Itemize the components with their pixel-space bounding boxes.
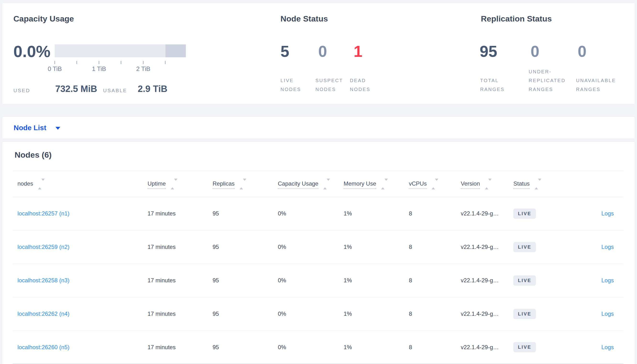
column-header-capacity-usage[interactable]: Capacity Usage bbox=[278, 171, 344, 197]
table-row: localhost:26258 (n3) 17 minutes 95 0% 1%… bbox=[13, 264, 623, 297]
table-row: localhost:26257 (n1) 17 minutes 95 0% 1%… bbox=[13, 197, 623, 230]
vcpus-cell: 8 bbox=[409, 230, 461, 264]
version-cell: v22.1.4-29-g… bbox=[461, 197, 513, 230]
dead-nodes-label: DEAD NODES bbox=[350, 76, 381, 94]
replication-status-title: Replication Status bbox=[481, 14, 552, 24]
total-ranges-count: 95 bbox=[480, 42, 497, 60]
sort-icon[interactable] bbox=[535, 181, 541, 188]
status-badge: LIVE bbox=[513, 309, 536, 319]
capacity-cell: 0% bbox=[278, 297, 344, 330]
sort-icon[interactable] bbox=[38, 181, 45, 188]
vcpus-cell: 8 bbox=[409, 264, 461, 297]
nodes-heading: Nodes (6) bbox=[15, 150, 52, 160]
table-header-row: nodes Uptime Replicas Capacity Usag bbox=[13, 171, 623, 197]
status-cell: LIVE bbox=[513, 297, 577, 330]
under-replicated-ranges-label: UNDER-REPLICATED RANGES bbox=[529, 67, 576, 94]
uptime-cell: 17 minutes bbox=[148, 230, 213, 264]
column-header-status[interactable]: Status bbox=[513, 171, 577, 197]
capacity-cell: 0% bbox=[278, 330, 344, 364]
table-row: localhost:26259 (n2) 17 minutes 95 0% 1%… bbox=[13, 230, 623, 264]
logs-link[interactable]: Logs bbox=[601, 344, 614, 350]
capacity-percent-value: 0.0% bbox=[14, 42, 51, 60]
uptime-cell: 17 minutes bbox=[148, 330, 213, 364]
status-cell: LIVE bbox=[513, 330, 577, 364]
chevron-down-icon bbox=[56, 127, 60, 130]
view-selector-bar: Node List bbox=[2, 116, 635, 139]
column-header-nodes[interactable]: nodes bbox=[13, 171, 148, 197]
memory-cell: 1% bbox=[344, 264, 409, 297]
replicas-cell: 95 bbox=[213, 230, 278, 264]
node-list-dropdown[interactable]: Node List bbox=[14, 124, 60, 132]
axis-tick bbox=[77, 61, 77, 64]
replicas-cell: 95 bbox=[213, 197, 278, 230]
uptime-cell: 17 minutes bbox=[148, 197, 213, 230]
capacity-bar-usable-segment bbox=[55, 44, 165, 57]
capacity-bar-reserved-segment bbox=[165, 44, 186, 57]
capacity-cell: 0% bbox=[278, 230, 344, 264]
memory-cell: 1% bbox=[344, 197, 409, 230]
memory-cell: 1% bbox=[344, 297, 409, 330]
axis-tick-label: 0 TiB bbox=[41, 65, 69, 72]
status-cell: LIVE bbox=[513, 197, 577, 230]
node-list-dropdown-label: Node List bbox=[14, 124, 46, 132]
usable-label: USABLE bbox=[103, 88, 127, 94]
status-badge: LIVE bbox=[513, 276, 536, 286]
uptime-cell: 17 minutes bbox=[148, 264, 213, 297]
column-header-uptime[interactable]: Uptime bbox=[148, 171, 213, 197]
node-link[interactable]: localhost:26257 (n1) bbox=[18, 210, 69, 217]
column-header-memory-use[interactable]: Memory Use bbox=[344, 171, 409, 197]
replicas-cell: 95 bbox=[213, 264, 278, 297]
capacity-cell: 0% bbox=[278, 197, 344, 230]
vcpus-cell: 8 bbox=[409, 197, 461, 230]
live-nodes-label: LIVE NODES bbox=[280, 76, 311, 94]
version-cell: v22.1.4-29-g… bbox=[461, 297, 513, 330]
vcpus-cell: 8 bbox=[409, 330, 461, 364]
used-label: USED bbox=[14, 88, 30, 94]
under-replicated-ranges-count: 0 bbox=[531, 42, 539, 60]
column-header-replicas[interactable]: Replicas bbox=[213, 171, 278, 197]
sort-icon[interactable] bbox=[240, 181, 246, 188]
sort-icon[interactable] bbox=[381, 181, 388, 188]
sort-icon[interactable] bbox=[323, 181, 330, 188]
node-link[interactable]: localhost:26262 (n4) bbox=[18, 310, 69, 317]
sort-icon[interactable] bbox=[171, 181, 177, 188]
usable-value: 2.9 TiB bbox=[138, 84, 167, 94]
column-header-vcpus[interactable]: vCPUs bbox=[409, 171, 461, 197]
replicas-cell: 95 bbox=[213, 297, 278, 330]
status-badge: LIVE bbox=[513, 342, 536, 352]
logs-link[interactable]: Logs bbox=[601, 244, 614, 250]
axis-tick-label: 1 TiB bbox=[85, 65, 113, 72]
table-row: localhost:26260 (n5) 17 minutes 95 0% 1%… bbox=[13, 330, 623, 364]
nodes-table: nodes Uptime Replicas Capacity Usag bbox=[13, 171, 623, 364]
version-cell: v22.1.4-29-g… bbox=[461, 230, 513, 264]
capacity-usage-title: Capacity Usage bbox=[14, 14, 74, 24]
suspect-nodes-label: SUSPECT NODES bbox=[315, 76, 353, 94]
memory-cell: 1% bbox=[344, 330, 409, 364]
logs-link[interactable]: Logs bbox=[601, 210, 614, 217]
logs-link[interactable]: Logs bbox=[601, 310, 614, 317]
column-header-logs bbox=[577, 171, 623, 197]
capacity-bar bbox=[55, 44, 186, 57]
dead-nodes-count: 1 bbox=[354, 42, 363, 60]
total-ranges-label: TOTAL RANGES bbox=[480, 76, 514, 94]
memory-cell: 1% bbox=[344, 230, 409, 264]
node-link[interactable]: localhost:26259 (n2) bbox=[18, 244, 69, 250]
uptime-cell: 17 minutes bbox=[148, 297, 213, 330]
unavailable-ranges-label: UNAVAILABLE RANGES bbox=[576, 76, 627, 94]
node-link[interactable]: localhost:26260 (n5) bbox=[18, 344, 69, 350]
table-row: localhost:26262 (n4) 17 minutes 95 0% 1%… bbox=[13, 297, 623, 330]
sort-icon[interactable] bbox=[485, 181, 492, 188]
sort-icon[interactable] bbox=[432, 181, 438, 188]
axis-tick bbox=[143, 61, 143, 64]
column-header-version[interactable]: Version bbox=[461, 171, 513, 197]
axis-tick bbox=[55, 61, 55, 64]
logs-link[interactable]: Logs bbox=[601, 277, 614, 284]
version-cell: v22.1.4-29-g… bbox=[461, 264, 513, 297]
status-cell: LIVE bbox=[513, 230, 577, 264]
unavailable-ranges-count: 0 bbox=[578, 42, 586, 60]
status-badge: LIVE bbox=[513, 242, 536, 252]
used-value: 732.5 MiB bbox=[55, 84, 97, 94]
node-link[interactable]: localhost:26258 (n3) bbox=[18, 277, 69, 284]
replicas-cell: 95 bbox=[213, 330, 278, 364]
axis-tick bbox=[99, 61, 99, 64]
